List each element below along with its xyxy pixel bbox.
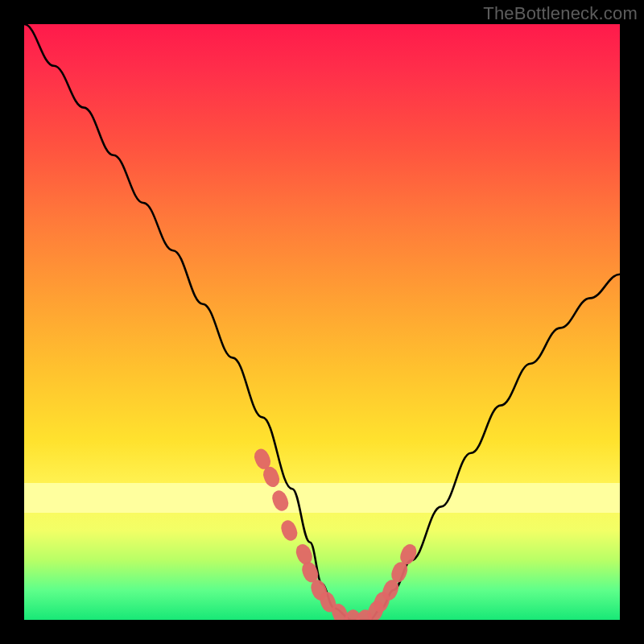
chart-frame: TheBottleneck.com <box>0 0 644 644</box>
curve-marker <box>389 559 410 584</box>
pale-yellow-band <box>24 483 620 513</box>
curve-marker <box>371 589 392 614</box>
curve-marker <box>252 447 273 472</box>
curve-marker <box>365 598 386 620</box>
bottleneck-curve <box>24 24 620 620</box>
curve-marker <box>329 601 350 620</box>
curve-marker <box>341 608 362 620</box>
curve-marker <box>380 578 401 603</box>
curve-marker <box>398 542 419 567</box>
watermark-text: TheBottleneck.com <box>483 3 638 24</box>
plot-area <box>24 24 620 620</box>
curve-marker <box>299 559 320 584</box>
curve-marker <box>317 589 338 614</box>
curve-marker <box>294 542 315 567</box>
curve-marker <box>353 608 374 620</box>
curve-marker <box>308 578 329 603</box>
curve-marker <box>279 518 299 543</box>
